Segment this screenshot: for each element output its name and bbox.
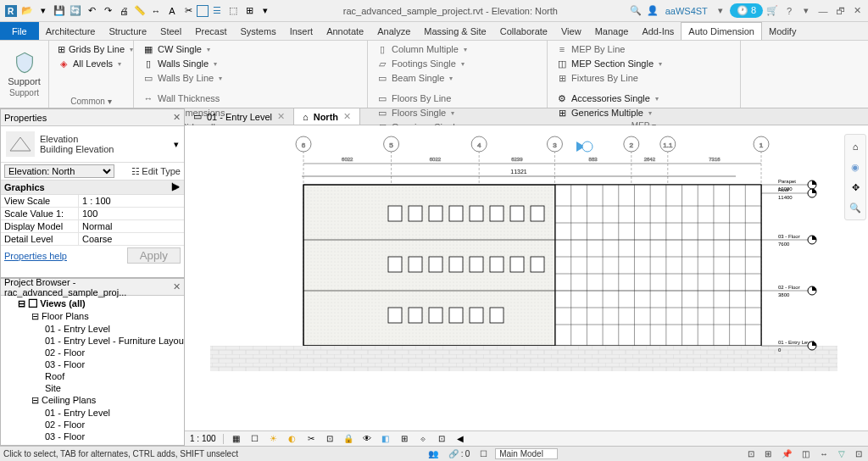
worksets-icon[interactable]: 👥: [426, 449, 441, 458]
cw-single-button[interactable]: ▦CW Single▾: [139, 42, 362, 56]
detail-level-icon[interactable]: ▦: [231, 433, 242, 445]
tab-view[interactable]: View: [554, 22, 588, 40]
floors-by-line-button[interactable]: ▭Floors By Line: [373, 92, 542, 105]
switch-windows-icon[interactable]: ⊞: [242, 3, 257, 19]
close-hidden-icon[interactable]: ⬚: [225, 3, 241, 19]
fixtures-by-line-button[interactable]: ⊞Fixtures By Line: [553, 71, 735, 85]
select-face-icon[interactable]: ◫: [799, 449, 812, 458]
tab-insert[interactable]: Insert: [283, 22, 320, 40]
selection-count[interactable]: 🔗 :0: [446, 449, 472, 458]
tab-structure[interactable]: Structure: [102, 22, 153, 40]
beam-single-button[interactable]: ▭Beam Single▾: [373, 71, 542, 85]
main-model-select[interactable]: Main Model: [495, 448, 558, 459]
minimize-button[interactable]: —: [815, 3, 831, 19]
lock-icon[interactable]: 🔒: [342, 433, 354, 445]
tab-north[interactable]: ⌂North✕: [294, 108, 360, 125]
close-tab-icon[interactable]: ✕: [343, 111, 351, 122]
walls-by-line-button[interactable]: ▭Walls By Line▾: [139, 71, 362, 85]
instance-selector[interactable]: Elevation: North: [4, 164, 114, 178]
select-underlay-icon[interactable]: ⊞: [762, 449, 774, 458]
tab-annotate[interactable]: Annotate: [320, 22, 370, 40]
all-levels-button[interactable]: ◈All Levels▾: [54, 57, 128, 70]
redo-icon[interactable]: ↷: [100, 3, 115, 19]
analytical-icon[interactable]: ⟐: [417, 433, 429, 445]
notification-badge[interactable]: 🕐 8: [730, 3, 763, 18]
sun-path-icon[interactable]: ☀: [268, 433, 280, 445]
tab-architecture[interactable]: Architecture: [39, 22, 103, 40]
mep-by-line-button[interactable]: ≡MEP By Line: [553, 42, 735, 56]
close-button[interactable]: ✕: [849, 3, 865, 19]
box-icon[interactable]: [197, 5, 209, 17]
tab-entry-level[interactable]: ▭01 - Entry Level✕: [185, 108, 294, 125]
measure-icon[interactable]: 📏: [132, 3, 147, 19]
visual-style-icon[interactable]: ☐: [249, 433, 261, 445]
crop-region-icon[interactable]: ⊡: [324, 433, 336, 445]
tree-cp-item[interactable]: 01 - Entry Level: [4, 407, 181, 419]
prop-row-displaymodel[interactable]: Display ModelNormal: [1, 220, 184, 233]
tab-systems[interactable]: Systems: [233, 22, 282, 40]
cart-icon[interactable]: 🛒: [765, 3, 780, 19]
help-dropdown-icon[interactable]: ▾: [798, 3, 814, 19]
tab-precast[interactable]: Precast: [188, 22, 233, 40]
tab-modify[interactable]: Modify: [762, 22, 803, 40]
file-tab[interactable]: File: [0, 22, 39, 40]
nav-zoom-icon[interactable]: 🔍: [847, 199, 864, 216]
dropdown-icon[interactable]: ▾: [36, 3, 51, 19]
wall-thickness-button[interactable]: ↔Wall Thickness: [139, 92, 362, 105]
open-icon[interactable]: 📂: [19, 3, 35, 19]
prop-row-viewscale[interactable]: View Scale1 : 100: [1, 195, 184, 208]
app-r-icon[interactable]: R: [3, 3, 19, 19]
background-icon[interactable]: ⊡: [853, 449, 865, 458]
close-properties-icon[interactable]: ✕: [173, 112, 181, 123]
tab-collaborate[interactable]: Collaborate: [493, 22, 554, 40]
thin-lines-icon[interactable]: ☰: [209, 3, 225, 19]
help-icon[interactable]: ?: [782, 3, 797, 19]
filter-icon[interactable]: ▽: [836, 449, 848, 458]
tree-fp-item[interactable]: 03 - Floor: [4, 358, 181, 370]
nav-wheel-icon[interactable]: ◉: [847, 158, 864, 175]
print-icon[interactable]: 🖨: [116, 3, 131, 19]
generics-multiple-button[interactable]: ⊞Generics Multiple▾: [553, 106, 735, 119]
drawing-canvas[interactable]: 6602256022462393883226421.173161 11321: [185, 125, 868, 446]
support-button[interactable]: Support: [8, 51, 41, 86]
apply-button[interactable]: Apply: [127, 247, 181, 264]
tab-auto-dimension[interactable]: Auto Dimension: [681, 22, 762, 40]
mep-section-single-button[interactable]: ◫MEP Section Single▾: [553, 57, 735, 70]
section-icon[interactable]: ✂: [181, 3, 196, 19]
reveal2-icon[interactable]: ⊡: [436, 433, 448, 445]
sync-icon[interactable]: 🔄: [68, 3, 83, 19]
user-icon[interactable]: 👤: [645, 3, 660, 19]
walls-single-button[interactable]: ▯Walls Single▾: [139, 57, 362, 70]
floors-single-button[interactable]: ▭Floors Single▾: [373, 106, 542, 119]
select-pinned-icon[interactable]: 📌: [779, 449, 794, 458]
drag-icon[interactable]: ↔: [817, 449, 831, 458]
reveal-icon[interactable]: ◧: [380, 433, 392, 445]
letter-icon[interactable]: A: [164, 3, 180, 19]
accessories-single-button[interactable]: ⚙Accessories Single▾: [553, 92, 735, 105]
tab-manage[interactable]: Manage: [588, 22, 636, 40]
nav-home-icon[interactable]: ⌂: [847, 138, 864, 155]
tab-analyze[interactable]: Analyze: [370, 22, 417, 40]
tree-fp-item[interactable]: 01 - Entry Level: [4, 323, 181, 335]
select-links-icon[interactable]: ⊡: [745, 449, 757, 458]
column-multiple-button[interactable]: ▯Column Multiple▾: [373, 42, 542, 56]
user-dropdown-icon[interactable]: ▾: [713, 3, 728, 19]
expand-icon[interactable]: ⯈: [171, 182, 181, 192]
prop-row-scalevalue[interactable]: Scale Value 1:100: [1, 208, 184, 220]
shadows-icon[interactable]: ◐: [287, 433, 298, 445]
tab-massing-site[interactable]: Massing & Site: [417, 22, 492, 40]
grids-by-line-button[interactable]: ⊞Grids By Line▾: [54, 42, 128, 56]
scroll-left-icon[interactable]: ◀: [454, 433, 466, 445]
save-icon[interactable]: 💾: [52, 3, 67, 19]
tree-fp-item[interactable]: 02 - Floor: [4, 347, 181, 358]
close-browser-icon[interactable]: ✕: [173, 281, 181, 292]
tab-addins[interactable]: Add-Ins: [635, 22, 681, 40]
tree-floor-plans[interactable]: ⊟ Floor Plans: [4, 310, 181, 323]
prop-row-detaillevel[interactable]: Detail LevelCoarse: [1, 233, 184, 246]
tree-fp-item[interactable]: 01 - Entry Level - Furniture Layout: [4, 335, 181, 347]
temp-hide-icon[interactable]: 👁: [361, 433, 373, 445]
close-tab-icon[interactable]: ✕: [277, 111, 285, 122]
restore-button[interactable]: 🗗: [832, 3, 848, 19]
dim-icon[interactable]: ↔: [148, 3, 164, 19]
tree-cp-item[interactable]: 02 - Floor: [4, 419, 181, 430]
